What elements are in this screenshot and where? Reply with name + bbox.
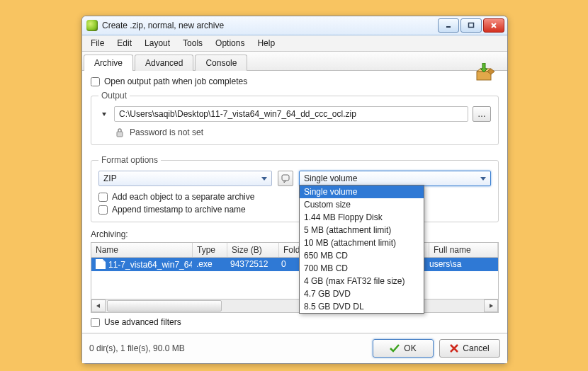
ok-button[interactable]: OK: [373, 339, 434, 358]
svg-marker-11: [490, 304, 493, 308]
tab-console[interactable]: Console: [195, 55, 247, 71]
lock-icon: [115, 127, 124, 137]
add-each-label: Add each object to a separate archive: [112, 192, 254, 202]
volume-option[interactable]: Single volume: [300, 186, 424, 198]
window-title: Create .zip, normal, new archive: [102, 21, 436, 30]
col-type[interactable]: Type: [193, 243, 227, 257]
password-text: Password is not set: [130, 127, 203, 137]
svg-line-2: [492, 23, 496, 28]
svg-rect-9: [282, 175, 289, 181]
svg-marker-7: [102, 113, 106, 116]
title-bar[interactable]: Create .zip, normal, new archive: [82, 16, 507, 35]
append-ts-label: Append timestamp to archive name: [112, 205, 246, 215]
add-each-checkbox-input[interactable]: [98, 193, 108, 202]
menu-layout[interactable]: Layout: [139, 37, 176, 50]
svg-rect-8: [117, 132, 123, 137]
cancel-label: Cancel: [463, 343, 489, 353]
volume-option[interactable]: Custom size: [300, 198, 424, 211]
table-body: 11-7_vista64_win7_64_d.exe9437251201user…: [91, 258, 498, 299]
volume-option[interactable]: 700 MB CD: [300, 262, 424, 275]
format-combo[interactable]: ZIP: [98, 171, 272, 186]
volume-option[interactable]: 4 GB (max FAT32 file size): [300, 275, 424, 287]
output-expand-toggle[interactable]: [98, 108, 110, 120]
scroll-left-button[interactable]: [91, 299, 106, 312]
status-text: 0 dir(s), 1 file(s), 90.0 MB: [89, 343, 367, 353]
archive-box-icon: [473, 71, 494, 84]
scroll-thumb[interactable]: [107, 300, 222, 312]
menu-file[interactable]: File: [85, 37, 110, 50]
menu-edit[interactable]: Edit: [111, 37, 137, 50]
open-output-label: Open output path when job completes: [104, 76, 247, 86]
chevron-down-icon: [480, 177, 486, 181]
volume-option[interactable]: 4.7 GB DVD: [300, 287, 424, 300]
output-group: Output C:\Users\saqib\Desktop\11-7_vista…: [91, 91, 499, 145]
advanced-filters-label: Use advanced filters: [104, 317, 181, 327]
add-each-checkbox[interactable]: Add each object to a separate archive: [98, 192, 491, 202]
append-ts-checkbox[interactable]: Append timestamp to archive name: [98, 205, 491, 215]
menu-help[interactable]: Help: [251, 37, 281, 50]
dialog-body: Open output path when job completes Outp…: [82, 71, 507, 333]
file-icon: [96, 259, 106, 269]
tab-row: Archive Advanced Console: [82, 52, 507, 71]
menu-options[interactable]: Options: [210, 37, 250, 50]
note-icon: [281, 174, 290, 183]
maximize-button[interactable]: [460, 18, 482, 33]
open-output-checkbox-input[interactable]: [91, 77, 100, 86]
h-scrollbar: [91, 299, 498, 312]
format-group-label: Format options: [98, 155, 161, 165]
format-group: Format options ZIP Single volume: [91, 155, 499, 222]
tab-archive[interactable]: Archive: [84, 55, 133, 71]
volume-dropdown[interactable]: Single volumeCustom size1.44 MB Floppy D…: [299, 185, 424, 314]
col-size[interactable]: Size (B): [227, 243, 279, 257]
cancel-button[interactable]: Cancel: [439, 339, 500, 358]
svg-marker-10: [96, 304, 100, 308]
volume-option[interactable]: 10 MB (attachment limit): [300, 236, 424, 249]
archiving-label: Archiving:: [91, 229, 499, 239]
scroll-track[interactable]: [106, 300, 484, 312]
table-header: Name Type Size (B) Folders Files Packed …: [91, 243, 498, 258]
browse-button[interactable]: …: [473, 106, 491, 122]
volume-option[interactable]: 5 MB (attachment limit): [300, 224, 424, 236]
dialog-window: Create .zip, normal, new archive File Ed…: [81, 16, 508, 364]
password-row[interactable]: Password is not set: [98, 127, 491, 137]
svg-line-3: [492, 23, 496, 28]
scroll-right-button[interactable]: [484, 299, 498, 312]
svg-rect-1: [469, 23, 474, 28]
advanced-filters-checkbox[interactable]: Use advanced filters: [91, 317, 499, 327]
tab-advanced[interactable]: Advanced: [135, 55, 193, 71]
menu-bar: File Edit Layout Tools Options Help: [82, 35, 507, 52]
volume-option[interactable]: 1.44 MB Floppy Disk: [300, 211, 424, 224]
table-row[interactable]: 11-7_vista64_win7_64_d.exe9437251201user…: [91, 258, 498, 271]
app-icon: [86, 20, 98, 31]
volume-option[interactable]: 650 MB CD: [300, 249, 424, 262]
x-icon: [450, 344, 458, 353]
volume-combo[interactable]: Single volume: [299, 171, 491, 186]
output-group-label: Output: [98, 91, 130, 101]
check-icon: [390, 344, 400, 353]
file-table: Name Type Size (B) Folders Files Packed …: [91, 242, 499, 313]
col-path[interactable]: Full name: [429, 243, 498, 257]
output-path-field[interactable]: C:\Users\saqib\Desktop\11-7_vista64_win7…: [114, 106, 468, 122]
minimize-button[interactable]: [438, 18, 459, 33]
format-details-button[interactable]: [278, 171, 293, 186]
volume-value: Single volume: [304, 173, 357, 183]
ellipsis-icon: …: [477, 109, 486, 119]
menu-tools[interactable]: Tools: [177, 37, 208, 50]
volume-option[interactable]: 8.5 GB DVD DL: [300, 300, 424, 313]
col-name[interactable]: Name: [91, 243, 193, 257]
append-ts-checkbox-input[interactable]: [98, 205, 108, 215]
advanced-filters-checkbox-input[interactable]: [91, 318, 100, 327]
open-output-checkbox[interactable]: Open output path when job completes: [91, 76, 499, 86]
close-button[interactable]: [483, 18, 504, 33]
ok-label: OK: [404, 343, 416, 353]
chevron-down-icon: [261, 177, 267, 181]
button-bar: 0 dir(s), 1 file(s), 90.0 MB OK Cancel: [82, 333, 507, 363]
format-value: ZIP: [103, 173, 117, 183]
